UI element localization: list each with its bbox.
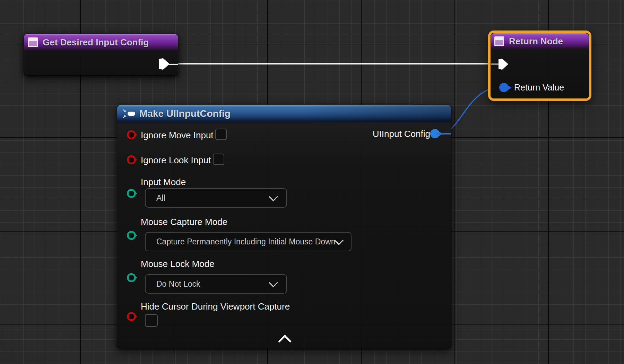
node-return-node[interactable]: Return Node Return Value <box>488 31 591 101</box>
pin-label-ignore-look-input: Ignore Look Input <box>141 154 211 166</box>
checkbox-ignore-move-input[interactable] <box>215 129 227 140</box>
pin-label-uiinput-config: UIInput Config <box>373 128 430 140</box>
bool-pin-ignore-look-input[interactable] <box>127 155 136 164</box>
struct-input-pin-return-value[interactable] <box>499 83 509 92</box>
dropdown-mouse-lock-mode[interactable]: Do Not Lock <box>145 274 287 294</box>
checkbox-ignore-look-input[interactable] <box>213 154 224 165</box>
dropdown-mouse-capture-mode[interactable]: Capture Permanently Including Initial Mo… <box>145 232 352 251</box>
make-struct-icon: ↘↗ <box>122 108 137 120</box>
data-wire-stub <box>436 133 451 135</box>
pin-label-mouse-lock-mode: Mouse Lock Mode <box>141 258 214 270</box>
enum-pin-mouse-lock-mode[interactable] <box>127 273 136 282</box>
node-make-uiinputconfig[interactable]: ↘↗ Make UIInputConfig Ignore Move Input … <box>117 105 451 348</box>
dropdown-input-mode[interactable]: All <box>145 188 287 208</box>
pin-label-ignore-move-input: Ignore Move Input <box>141 129 214 141</box>
node-get-desired-input-config[interactable]: Get Desired Input Config <box>24 34 178 76</box>
node-header[interactable]: Return Node <box>491 33 589 49</box>
exec-wire-stub <box>168 64 178 65</box>
result-node-icon <box>494 36 504 46</box>
pin-label-return-value: Return Value <box>514 81 564 93</box>
node-title: Make UIInputConfig <box>139 108 231 119</box>
chevron-down-icon <box>269 278 278 287</box>
pin-label-input-mode: Input Mode <box>141 176 186 188</box>
event-node-icon <box>28 37 38 47</box>
node-header[interactable]: ↘↗ Make UIInputConfig <box>117 105 451 122</box>
exec-input-pin[interactable] <box>499 59 508 70</box>
exec-output-pin[interactable] <box>159 58 170 70</box>
node-header[interactable]: Get Desired Input Config <box>24 34 178 51</box>
bool-pin-hide-cursor[interactable] <box>127 312 136 321</box>
pin-label-hide-cursor: Hide Cursor During Viewport Capture <box>141 301 290 312</box>
collapse-up-icon[interactable] <box>278 335 291 348</box>
enum-pin-input-mode[interactable] <box>127 189 136 198</box>
bool-pin-ignore-move-input[interactable] <box>127 130 136 139</box>
exec-wire-stub <box>491 63 499 65</box>
dropdown-value: Capture Permanently Including Initial Mo… <box>156 237 336 246</box>
chevron-down-icon <box>334 236 344 245</box>
chevron-down-icon <box>269 192 278 201</box>
node-title: Get Desired Input Config <box>43 37 149 48</box>
pin-label-mouse-capture-mode: Mouse Capture Mode <box>141 216 227 228</box>
node-title: Return Node <box>509 36 563 47</box>
dropdown-value: Do Not Lock <box>156 279 270 289</box>
enum-pin-mouse-capture-mode[interactable] <box>127 231 136 240</box>
dropdown-value: All <box>156 193 270 203</box>
checkbox-hide-cursor[interactable] <box>145 314 158 327</box>
